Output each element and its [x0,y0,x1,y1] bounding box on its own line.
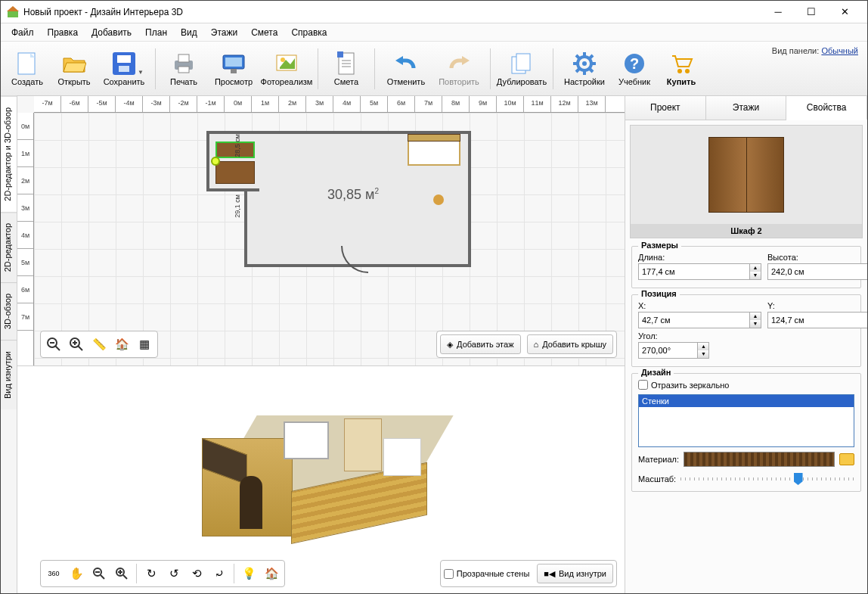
titlebar: Новый проект - Дизайн Интерьера 3D ─ ☐ ✕ [1,1,867,23]
tab-project[interactable]: Проект [625,96,706,120]
svg-line-43 [78,346,82,350]
svg-rect-9 [178,67,189,73]
print-button[interactable]: Печать [160,45,207,93]
parts-listbox[interactable]: Стенки [638,394,854,447]
menu-file[interactable]: Файл [5,26,40,39]
svg-text:?: ? [630,55,639,72]
canvas-toolbar-left: 📏 🏠 ▦ [40,331,158,358]
panel-mode: Вид панели: Обычный [772,46,858,55]
scale-slider[interactable] [680,471,854,487]
grid-icon[interactable]: ▦ [135,334,154,354]
light-icon[interactable]: 💡 [239,564,259,583]
lamp[interactable] [433,194,444,205]
zoom-in-icon[interactable] [67,334,86,354]
menu-floors[interactable]: Этажи [205,26,243,39]
window-3d [284,421,329,459]
maximize-button[interactable]: ☐ [795,2,828,23]
menu-plan[interactable]: План [139,26,173,39]
settings-button[interactable]: Настройки [558,45,611,93]
zoom-in-3d-icon[interactable] [112,564,132,583]
svg-rect-6 [119,66,129,72]
tab-inside[interactable]: Вид изнутри [1,340,17,409]
ruler-horizontal: -7м-6м-5м-4м-3м-2м-1м0м1м2м3м4м5м6м7м8м9… [34,96,625,113]
menu-estimate[interactable]: Смета [245,26,284,39]
svg-rect-5 [117,55,131,63]
inside-view-button[interactable]: ■◀Вид изнутри [537,564,613,583]
browse-material-icon[interactable] [839,453,854,465]
dimension-1: 28,5 см [234,134,241,157]
estimate-button[interactable]: Смета [323,45,370,93]
tab-3d[interactable]: 3D-обзор [1,282,17,340]
close-button[interactable]: ✕ [828,2,861,23]
view-tabs: 2D-редактор и 3D-обзор 2D-редактор 3D-об… [1,96,17,593]
add-floor-button[interactable]: ◈Добавить этаж [440,334,520,354]
bed-head [408,134,460,142]
height-input[interactable]: ▲▼ [767,263,867,280]
angle-input[interactable]: ▲▼ [638,342,709,359]
length-input[interactable]: ▲▼ [638,263,761,280]
menu-add[interactable]: Добавить [85,26,138,39]
duplicate-button[interactable]: Дублировать [495,45,548,93]
orbit-v-icon[interactable]: ⤾ [209,564,229,583]
size-group: Размеры Длина:▲▼ Высота:▲▼ Глубина:▲▼ [631,246,861,288]
view3d-right-toolbar: Прозрачные стены ■◀Вид изнутри [440,560,617,587]
add-roof-button[interactable]: ⌂Добавить крышу [527,334,614,354]
svg-rect-8 [178,54,189,62]
preview-button[interactable]: Просмотр [207,45,260,93]
home-3d-icon[interactable]: 🏠 [262,564,281,583]
tab-properties[interactable]: Свойства [786,96,867,120]
svg-line-34 [576,69,579,72]
panel-mode-link[interactable]: Обычный [821,46,858,55]
minimize-button[interactable]: ─ [761,2,795,23]
create-button[interactable]: Создать [4,45,51,93]
svg-marker-22 [462,56,470,65]
canvas-toolbar-right: ◈Добавить этаж ⌂Добавить крышу [436,331,617,358]
svg-point-37 [677,69,682,73]
y-input[interactable]: ▲▼ [767,312,867,328]
rotate-cw-icon[interactable]: ↻ [141,564,161,583]
canvas-3d[interactable]: 360 ✋ ↻ ↺ ⟲ ⤾ 💡 🏠 Прозрачные стены ■◀Вид… [17,366,625,593]
redo-button[interactable]: Повторить [432,45,485,93]
camera-icon: ■◀ [544,569,555,579]
svg-line-47 [101,575,104,579]
manual-button[interactable]: ?Учебник [611,45,658,93]
svg-point-38 [685,69,690,73]
undo-button[interactable]: Отменить [380,45,432,93]
svg-rect-12 [231,69,237,73]
svg-marker-21 [395,56,403,65]
pan-icon[interactable]: ✋ [67,564,86,583]
furniture-item[interactable] [215,161,255,184]
dimension-2: 29,1 см [234,194,241,218]
mirror-checkbox[interactable]: Отразить зеркально [638,380,854,390]
canvas-2d[interactable]: -7м-6м-5м-4м-3м-2м-1м0м1м2м3м4м5м6м7м8м9… [17,96,625,366]
transparent-walls-checkbox[interactable]: Прозрачные стены [444,564,529,583]
ruler-icon[interactable]: 📏 [89,334,109,354]
list-item[interactable]: Стенки [639,395,854,407]
material-swatch[interactable] [684,452,835,467]
rotate360-icon[interactable]: 360 [44,564,64,583]
zoom-out-3d-icon[interactable] [89,564,109,583]
selection-handle[interactable] [211,157,220,166]
wardrobe-preview [708,137,784,213]
save-button[interactable]: ▼Сохранить [98,45,150,93]
orbit-h-icon[interactable]: ⟲ [187,564,206,583]
home-icon[interactable]: 🏠 [112,334,132,354]
wardrobe-3d [344,418,382,471]
x-input[interactable]: ▲▼ [638,312,761,328]
menu-edit[interactable]: Правка [42,26,85,39]
photorealism-button[interactable]: Фотореализм [260,45,313,93]
open-button[interactable]: Открыть [51,45,98,93]
tab-2d[interactable]: 2D-редактор [1,212,17,282]
svg-rect-17 [337,51,343,58]
tab-2d-3d[interactable]: 2D-редактор и 3D-обзор [1,96,17,212]
tab-floors[interactable]: Этажи [706,96,787,120]
zoom-out-icon[interactable] [44,334,64,354]
svg-line-32 [590,69,593,72]
rotate-ccw-icon[interactable]: ↺ [164,564,184,583]
menu-help[interactable]: Справка [285,26,333,39]
buy-button[interactable]: Купить [658,45,705,93]
properties-panel: Проект Этажи Свойства Шкаф 2 Размеры Дли… [625,96,867,593]
menu-view[interactable]: Вид [175,26,203,39]
app-icon [7,6,19,18]
house-3d-model[interactable] [185,393,457,567]
